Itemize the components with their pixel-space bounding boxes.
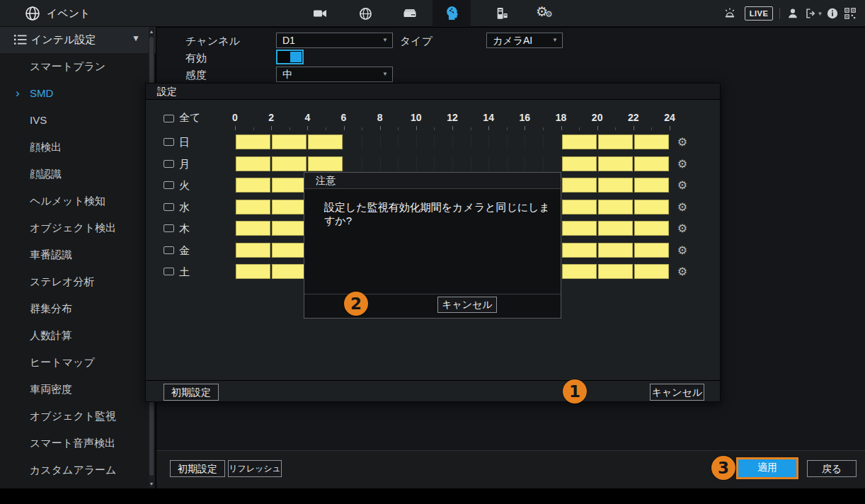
gear-icon[interactable]: ⚙	[675, 243, 689, 258]
sidebar-item-0[interactable]: スマートプラン	[0, 53, 150, 80]
scroll-down-icon[interactable]: ▼	[149, 481, 154, 486]
schedule-active-cell[interactable]	[308, 156, 343, 171]
sidebar-item-6[interactable]: オブジェクト検出	[0, 214, 150, 241]
sidebar-group-intel-settings[interactable]: インテル設定 ▼	[0, 27, 156, 53]
sidebar-item-8[interactable]: ステレオ分析	[0, 268, 150, 295]
device-icon[interactable]	[482, 0, 520, 27]
camera-icon[interactable]	[301, 0, 339, 27]
sidebar-item-14[interactable]: スマート音声検出	[0, 430, 150, 457]
schedule-active-cell[interactable]	[562, 264, 597, 279]
day-checkbox[interactable]	[164, 138, 174, 146]
sidebar-item-5[interactable]: ヘルメット検知	[0, 188, 150, 214]
schedule-active-cell[interactable]	[598, 134, 633, 149]
sidebar-item-7[interactable]: 車番認識	[0, 241, 150, 268]
schedule-active-cell[interactable]	[236, 264, 270, 279]
day-checkbox[interactable]	[164, 203, 174, 211]
schedule-active-cell[interactable]	[598, 156, 633, 171]
schedule-active-cell[interactable]	[598, 264, 633, 279]
schedule-active-cell[interactable]	[562, 156, 597, 171]
sidebar-item-label: ヘルメット検知	[30, 195, 105, 207]
schedule-active-cell[interactable]	[236, 243, 270, 258]
schedule-active-cell[interactable]	[308, 134, 343, 149]
back-button[interactable]: 戻る	[807, 460, 857, 477]
caution-cancel-button[interactable]: キャンセル	[437, 297, 497, 313]
storage-icon[interactable]	[391, 0, 429, 27]
schedule-active-cell[interactable]	[236, 156, 270, 171]
all-checkbox[interactable]	[164, 115, 174, 122]
day-label: 土	[179, 264, 190, 279]
schedule-active-cell[interactable]	[634, 156, 669, 171]
gear-icon[interactable]: ⚙	[675, 221, 689, 236]
sidebar-item-12[interactable]: 車両密度	[0, 376, 150, 403]
network-icon[interactable]	[346, 0, 384, 27]
scroll-up-icon[interactable]: ▲	[149, 29, 154, 34]
alarm-icon[interactable]	[721, 0, 739, 27]
schedule-active-cell[interactable]	[562, 221, 597, 236]
sidebar-item-3[interactable]: 顔検出	[0, 134, 150, 161]
refresh-button[interactable]: リフレッシュ	[228, 460, 282, 477]
schedule-active-cell[interactable]	[272, 134, 307, 149]
sidebar-item-13[interactable]: オブジェクト監視	[0, 403, 150, 430]
schedule-active-cell[interactable]	[236, 200, 270, 214]
sensitivity-select[interactable]: 中 ▼	[276, 67, 393, 82]
schedule-active-cell[interactable]	[634, 178, 669, 193]
info-icon[interactable]	[824, 0, 841, 27]
type-select[interactable]: カメラAI ▼	[486, 33, 563, 48]
gear-icon[interactable]: ⚙	[675, 200, 689, 214]
schedule-active-cell[interactable]	[598, 200, 633, 214]
sidebar-item-1[interactable]: ›SMD	[0, 80, 150, 107]
schedule-active-cell[interactable]	[598, 178, 633, 193]
schedule-active-cell[interactable]	[562, 134, 597, 149]
schedule-active-cell[interactable]	[236, 134, 270, 149]
schedule-active-cell[interactable]	[272, 221, 307, 236]
schedule-active-cell[interactable]	[598, 221, 633, 236]
schedule-active-cell[interactable]	[634, 264, 669, 279]
dialog-default-button[interactable]: 初期設定	[164, 384, 219, 401]
schedule-active-cell[interactable]	[272, 178, 307, 193]
live-button[interactable]: LIVE	[745, 6, 773, 21]
sidebar-item-4[interactable]: 顔認識	[0, 161, 150, 188]
day-checkbox[interactable]	[164, 246, 174, 254]
schedule-active-cell[interactable]	[272, 200, 307, 214]
schedule-active-cell[interactable]	[634, 134, 669, 149]
sidebar-item-11[interactable]: ヒートマップ	[0, 349, 150, 376]
schedule-active-cell[interactable]	[562, 178, 597, 193]
gear-icon[interactable]: ⚙	[675, 156, 689, 171]
schedule-active-cell[interactable]	[272, 264, 307, 279]
enable-toggle[interactable]	[276, 50, 304, 64]
caution-dialog-title: 注意	[304, 173, 561, 189]
gear-icon[interactable]: ⚙	[675, 264, 689, 279]
logout-icon[interactable]: ▼	[803, 0, 824, 27]
schedule-track[interactable]	[235, 134, 670, 149]
default-button[interactable]: 初期設定	[170, 460, 225, 477]
ai-icon[interactable]	[432, 0, 471, 27]
axis-tick	[344, 126, 345, 130]
schedule-active-cell[interactable]	[634, 200, 669, 214]
schedule-active-cell[interactable]	[272, 156, 307, 171]
qr-code-icon[interactable]	[841, 0, 859, 27]
schedule-active-cell[interactable]	[236, 221, 270, 236]
schedule-active-cell[interactable]	[562, 200, 597, 214]
system-settings-icon[interactable]: ⚙⚙	[526, 0, 564, 27]
gear-icon[interactable]: ⚙	[675, 178, 689, 193]
schedule-track[interactable]	[235, 156, 670, 171]
sidebar-item-2[interactable]: IVS	[0, 107, 150, 134]
day-checkbox[interactable]	[164, 181, 174, 189]
dialog-cancel-button[interactable]: キャンセル	[650, 384, 704, 401]
schedule-active-cell[interactable]	[634, 243, 669, 258]
channel-select[interactable]: D1 ▼	[276, 33, 393, 48]
schedule-active-cell[interactable]	[562, 243, 597, 258]
schedule-active-cell[interactable]	[236, 178, 270, 193]
sidebar-item-15[interactable]: カスタムアラーム	[0, 457, 150, 483]
schedule-active-cell[interactable]	[598, 243, 633, 258]
gear-icon[interactable]: ⚙	[675, 134, 689, 149]
sidebar-item-9[interactable]: 群集分布	[0, 295, 150, 322]
apply-button[interactable]: 適用	[738, 459, 796, 477]
user-icon[interactable]	[784, 0, 801, 27]
schedule-active-cell[interactable]	[634, 221, 669, 236]
day-checkbox[interactable]	[164, 224, 174, 232]
sidebar-item-10[interactable]: 人数計算	[0, 322, 150, 349]
schedule-active-cell[interactable]	[272, 243, 307, 258]
day-checkbox[interactable]	[164, 268, 174, 275]
day-checkbox[interactable]	[164, 160, 174, 168]
